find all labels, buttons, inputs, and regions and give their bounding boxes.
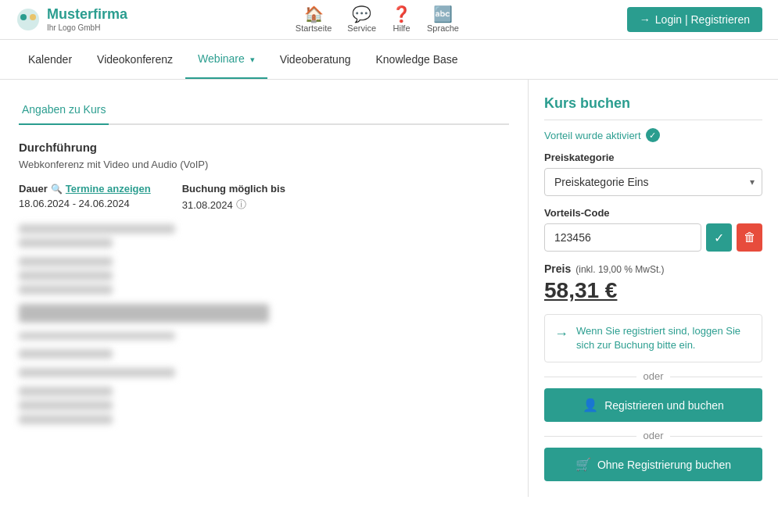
buchung-value: 31.08.2024 ⓘ [182,198,285,212]
blurred-heading-block [19,304,509,323]
hilfe-label: Hilfe [393,23,411,33]
startseite-nav[interactable]: 🏠 Startseite [296,6,332,33]
svg-point-1 [20,14,27,20]
logo-text: Musterfirma Ihr Logo GmbH [47,6,127,33]
logo-sub-text: Ihr Logo GmbH [47,23,127,33]
login-arrow-icon: → [640,13,651,26]
register-btn-label: Registrieren und buchen [604,399,724,412]
login-hint-box: → Wenn Sie registriert sind, loggen Sie … [544,314,762,362]
price-label: Preis (inkl. 19,00 % MwSt.) [544,262,762,275]
login-button[interactable]: → Login | Registrieren [627,7,762,32]
dauer-value: 18.06.2024 - 24.06.2024 [19,198,151,209]
home-icon: 🏠 [304,6,324,22]
svg-point-0 [17,9,39,30]
divider-1 [544,120,762,120]
nav-knowledge-base[interactable]: Knowledge Base [363,41,470,78]
voucher-label: Vorteils-Code [544,207,762,219]
book-title: Kurs buchen [544,95,762,112]
blurred-block-4 [19,349,509,359]
login-button-label: Login | Registrieren [655,13,750,26]
logo: Musterfirma Ihr Logo GmbH [16,6,127,33]
dauer-col: Dauer 🔍 Termine anzeigen 18.06.2024 - 24… [19,183,151,212]
guest-btn-label: Ohne Registrierung buchen [597,459,731,471]
right-section: Kurs buchen Vorteil wurde aktiviert ✓ Pr… [528,80,778,497]
check-circle-icon: ✓ [646,128,660,142]
logo-main-text: Musterfirma [47,6,127,23]
webinare-dropdown-arrow: ▾ [250,55,255,64]
blurred-block-5 [19,368,509,377]
price-amount: 58,31 € [544,278,762,303]
preiskategorie-label: Preiskategorie [544,152,762,163]
nav-icons: 🏠 Startseite 💬 Service ❓ Hilfe 🔤 Sprache [296,6,459,33]
durchfuehrung-title: Durchführung [19,141,509,154]
preiskategorie-select-wrapper: Preiskategorie Eins Preiskategorie Zwei … [544,168,762,196]
navbar: Kalender Videokonferenz Webinare ▾ Video… [0,40,778,80]
register-icon: 👤 [583,398,598,412]
cart-icon: 🛒 [575,457,591,472]
logo-icon [16,7,41,32]
login-arrow-icon: → [554,326,568,342]
info-row: Dauer 🔍 Termine anzeigen 18.06.2024 - 24… [19,183,509,212]
startseite-label: Startseite [296,23,332,33]
voucher-ok-icon: ✓ [714,230,724,245]
hilfe-nav[interactable]: ❓ Hilfe [392,6,411,33]
buchung-help-icon: ⓘ [236,198,246,212]
voucher-delete-icon: 🗑 [744,230,756,245]
login-hint-text: Wenn Sie registriert sind, loggen Sie si… [576,324,752,352]
voucher-delete-button[interactable]: 🗑 [737,223,762,252]
language-icon: 🔤 [433,6,453,22]
nav-webinare[interactable]: Webinare ▾ [185,40,267,79]
preiskategorie-select[interactable]: Preiskategorie Eins Preiskategorie Zwei … [544,168,762,196]
durchfuehrung-value: Webkonferenz mit Video und Audio (VoIP) [19,159,509,170]
termine-link[interactable]: Termine anzeigen [66,183,151,195]
blurred-block-6 [19,387,509,424]
svg-point-2 [30,14,36,20]
service-nav[interactable]: 💬 Service [347,6,376,33]
nav-videoberatung[interactable]: Videoberatung [267,41,364,78]
buchung-col: Buchung möglich bis 31.08.2024 ⓘ [182,183,285,212]
buchung-label: Buchung möglich bis [182,183,285,195]
page-content: Angaben zu Kurs Durchführung Webkonferen… [0,80,778,497]
blurred-block-1 [19,224,509,248]
left-section: Angaben zu Kurs Durchführung Webkonferen… [0,80,528,497]
sprache-nav[interactable]: 🔤 Sprache [427,6,459,33]
nav-videokonferenz[interactable]: Videokonferenz [84,41,185,78]
or-divider-1: oder [544,370,762,382]
help-icon: ❓ [392,6,411,22]
tab-bar: Angaben zu Kurs [19,95,509,125]
nav-kalender[interactable]: Kalender [16,41,84,78]
register-book-button[interactable]: 👤 Registrieren und buchen [544,388,762,422]
voucher-input[interactable] [544,223,701,252]
tab-angaben-zu-kurs[interactable]: Angaben zu Kurs [19,95,109,125]
or-divider-2: oder [544,430,762,441]
blurred-block-2 [19,257,509,295]
voucher-ok-button[interactable]: ✓ [706,223,732,252]
blurred-block-3 [19,332,509,340]
header: Musterfirma Ihr Logo GmbH 🏠 Startseite 💬… [0,0,778,40]
dauer-label: Dauer 🔍 Termine anzeigen [19,183,151,195]
advantage-row: Vorteil wurde aktiviert ✓ [544,128,762,142]
service-icon: 💬 [352,6,371,22]
service-label: Service [347,23,376,33]
search-icon: 🔍 [51,184,63,195]
sprache-label: Sprache [427,23,459,33]
voucher-row: ✓ 🗑 [544,223,762,252]
guest-book-button[interactable]: 🛒 Ohne Registrierung buchen [544,448,762,481]
advantage-text: Vorteil wurde aktiviert [544,130,641,141]
price-sub: (inkl. 19,00 % MwSt.) [575,264,664,275]
